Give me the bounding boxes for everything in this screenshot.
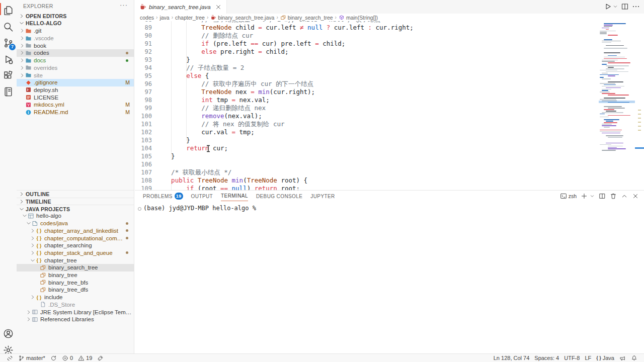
breadcrumb-item-2[interactable]: chapter_tree <box>175 15 205 21</box>
status-item-language-mode[interactable]: { }Java <box>594 354 617 362</box>
code-line-89[interactable]: 89 TreeNode child = cur.left ≠ null ? cu… <box>135 24 644 32</box>
java-row-chapter-array-and-linkedlist[interactable]: { }chapter_array_and_linkedlist <box>17 227 134 235</box>
root-folder-header[interactable]: HELLO-ALGO <box>17 20 134 27</box>
overview-ruler[interactable] <box>635 21 644 190</box>
status-item-branch[interactable]: master* <box>16 354 48 362</box>
status-item-warnings[interactable]: 19 <box>75 354 95 362</box>
code-line-98[interactable]: 98 int tmp = nex.val; <box>135 96 644 104</box>
code-line-90[interactable]: 90 // 删除结点 cur <box>135 32 644 40</box>
activity-bar-item-source-control[interactable]: 7 <box>0 35 17 50</box>
code-line-93[interactable]: 93 } <box>135 56 644 64</box>
java-row-hello-algo[interactable]: hello-algo <box>17 212 134 220</box>
java-row-binary-search-tree[interactable]: binary_search_tree <box>17 264 134 272</box>
code-line-108[interactable]: 108 public TreeNode min(TreeNode root) { <box>135 176 644 185</box>
status-item-remote[interactable] <box>4 354 16 362</box>
status-item-notifications[interactable] <box>628 354 640 362</box>
code-line-99[interactable]: 99 // 递归删除结点 nex <box>135 104 644 112</box>
terminal-dropdown-chevron-icon[interactable] <box>590 194 595 199</box>
code-line-91[interactable]: 91 if (pre.left == cur) pre.left = child… <box>135 40 644 48</box>
kill-terminal-button[interactable] <box>610 193 617 200</box>
open-editors-header[interactable]: OPEN EDITORS <box>17 13 134 20</box>
status-item-eol[interactable]: LF <box>582 354 594 362</box>
java-row--ds-store[interactable]: .DS_Store <box>17 301 134 309</box>
code-line-95[interactable]: 95 else { <box>135 72 644 80</box>
file-row-book[interactable]: book <box>17 42 134 49</box>
file-row-deploy-sh[interactable]: deploy.sh <box>17 86 134 94</box>
close-panel-button[interactable] <box>632 193 639 200</box>
breadcrumb-item-3[interactable]: binary_search_tree.java <box>210 15 274 21</box>
java-projects-header[interactable]: JAVA PROJECTS <box>17 205 134 213</box>
panel-tab-output[interactable]: OUTPUT <box>191 194 213 201</box>
code-line-92[interactable]: 92 else pre.right = child; <box>135 48 644 56</box>
maximize-panel-button[interactable] <box>621 193 628 200</box>
panel-tab-debug-console[interactable]: DEBUG CONSOLE <box>256 194 302 201</box>
file-row--gitignore[interactable]: .gitignoreM <box>17 79 134 86</box>
code-line-102[interactable]: 102 cur.val = tmp; <box>135 128 644 136</box>
breadcrumb-item-0[interactable]: codes <box>140 15 154 21</box>
run-dropdown-chevron-icon[interactable] <box>613 4 618 9</box>
close-icon[interactable] <box>215 4 222 11</box>
java-row-codes-java[interactable]: codes/java <box>17 220 134 227</box>
minimap[interactable] <box>599 21 635 190</box>
breadcrumb-item-1[interactable]: java <box>159 15 169 21</box>
code-line-106[interactable]: 106 <box>135 160 644 168</box>
status-item-errors[interactable]: 0 <box>59 354 75 362</box>
java-row-chapter-computational-complexity[interactable]: { }chapter_computational_complexity <box>17 234 134 242</box>
status-item-cursor-position[interactable]: Ln 128, Col 74 <box>491 354 532 362</box>
code-line-107[interactable]: 107 /* 获取最小结点 */ <box>135 168 644 176</box>
file-row--git[interactable]: .git <box>17 27 134 35</box>
file-row-license[interactable]: LICENSE <box>17 94 134 101</box>
status-item-sync[interactable] <box>48 354 59 362</box>
panel-tab-terminal[interactable]: TERMINAL <box>221 193 248 201</box>
activity-bar-item-extensions[interactable] <box>0 68 17 83</box>
code-line-101[interactable]: 101 // 将 nex 的值复制给 cur <box>135 120 644 128</box>
status-item-indentation[interactable]: Spaces: 4 <box>532 354 561 362</box>
panel-tab-jupyter[interactable]: JUPYTER <box>310 194 335 201</box>
java-row-chapter-stack-and-queue[interactable]: { }chapter_stack_and_queue <box>17 249 134 257</box>
code-line-100[interactable]: 100 remove(nex.val); <box>135 112 644 120</box>
run-button[interactable] <box>604 3 612 11</box>
activity-bar-item-explorer[interactable] <box>0 3 17 18</box>
status-item-feedback[interactable] <box>617 354 628 362</box>
java-row-jre-system-library-eclipse-temurin-17-17-[interactable]: JRE System Library [Eclipse Temurin 17 [… <box>17 308 134 316</box>
code-line-94[interactable]: 94 // 子结点数量 = 2 <box>135 64 644 72</box>
activity-bar-item-search[interactable] <box>0 19 17 34</box>
activity-bar-item-accounts[interactable] <box>0 326 17 341</box>
code-line-103[interactable]: 103 } <box>135 136 644 144</box>
code-line-104[interactable]: 104 return cur; <box>135 144 644 152</box>
code-line-97[interactable]: 97 TreeNode nex = min(cur.right); <box>135 88 644 96</box>
code-line-109[interactable]: 109 if (root == null) return root; <box>135 185 644 190</box>
code-line-96[interactable]: 96 // 获取中序遍历中 cur 的下一个结点 <box>135 80 644 88</box>
more-actions-button[interactable] <box>632 3 640 11</box>
file-row-readme-md[interactable]: README.mdM <box>17 109 134 116</box>
split-terminal-button[interactable] <box>599 193 606 200</box>
code-editor[interactable]: 88 // 当子结点数量 = 0 / 1 时, child = null / 该… <box>135 21 644 190</box>
file-row-codes[interactable]: codes <box>17 49 134 57</box>
java-row-binary-tree-dfs[interactable]: binary_tree_dfs <box>17 286 134 294</box>
timeline-header[interactable]: TIMELINE <box>17 198 134 206</box>
status-item-java-status[interactable] <box>95 354 106 362</box>
outline-header[interactable]: OUTLINE <box>17 190 134 198</box>
breadcrumb-item-5[interactable]: main(String[]) <box>339 15 378 21</box>
java-row-chapter-tree[interactable]: { }chapter_tree <box>17 256 134 264</box>
java-row-chapter-searching[interactable]: { }chapter_searching <box>17 242 134 249</box>
file-row-site[interactable]: site <box>17 71 134 79</box>
shell-selector[interactable]: zsh <box>560 193 577 200</box>
code-line-105[interactable]: 105 } <box>135 152 644 160</box>
java-row-referenced-libraries[interactable]: Referenced Libraries <box>17 316 134 323</box>
java-row-binary-tree[interactable]: binary_tree <box>17 272 134 279</box>
terminal[interactable]: (base) jyd@JYD-MBP hello-algo % <box>135 203 644 352</box>
java-row-binary-tree-bfs[interactable]: binary_tree_bfs <box>17 279 134 286</box>
panel-tab-problems[interactable]: PROBLEMS19 <box>143 193 183 202</box>
split-editor-button[interactable] <box>621 3 629 11</box>
file-row-docs[interactable]: docs <box>17 57 134 64</box>
file-row-overrides[interactable]: overrides <box>17 64 134 72</box>
file-row-mkdocs-yml[interactable]: mkdocs.ymlM <box>17 101 134 109</box>
file-row--vscode[interactable]: .vscode <box>17 35 134 42</box>
breadcrumb-item-4[interactable]: binary_search_tree <box>280 15 333 21</box>
status-item-encoding[interactable]: UTF-8 <box>561 354 582 362</box>
new-terminal-button[interactable] <box>581 193 588 200</box>
java-row-include[interactable]: { }include <box>17 294 134 301</box>
sidebar-more-actions[interactable]: ··· <box>120 1 128 9</box>
activity-bar-item-run-debug[interactable] <box>0 52 17 67</box>
